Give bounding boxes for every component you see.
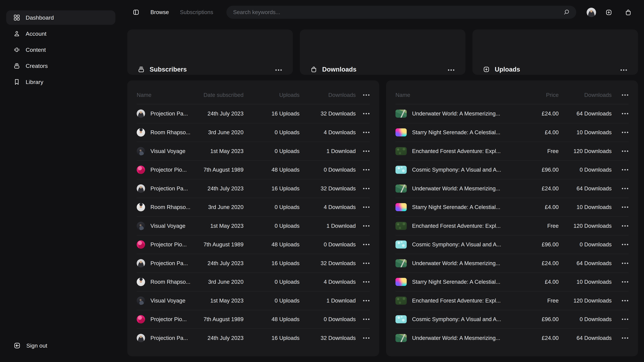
downloads-count: 0 Downloads xyxy=(300,167,356,173)
row-menu-button[interactable] xyxy=(363,298,370,303)
sidebar-item-account[interactable]: Account xyxy=(6,26,116,41)
column-header-uploads: Uploads xyxy=(244,92,300,98)
row-menu-button[interactable] xyxy=(363,317,370,322)
card-menu-button[interactable] xyxy=(620,68,627,72)
table-row[interactable]: Projector Pio... 7th August 1989 48 Uplo… xyxy=(137,160,370,179)
subscriber-avatar xyxy=(137,222,145,230)
table-row[interactable]: Visual Voyage 1st May 2023 0 Uploads 1 D… xyxy=(137,142,370,160)
row-menu-button[interactable] xyxy=(622,130,628,135)
table-row[interactable]: Room Rhapso... 3rd June 2020 0 Uploads 4… xyxy=(137,123,370,142)
downloads-count: 10 Downloads xyxy=(559,204,612,210)
date-subscribed: 3rd June 2020 xyxy=(202,279,244,285)
table-row[interactable]: Projection Pa... 24th July 2023 16 Uploa… xyxy=(137,254,370,273)
row-menu-button[interactable] xyxy=(622,261,628,266)
row-menu-button[interactable] xyxy=(363,336,370,340)
bag-icon[interactable] xyxy=(624,9,632,16)
date-subscribed: 24th July 2023 xyxy=(202,185,244,192)
date-subscribed: 3rd June 2020 xyxy=(202,204,244,210)
row-menu-button[interactable] xyxy=(622,205,628,210)
product-thumbnail xyxy=(396,241,407,249)
table-row[interactable]: Cosmic Symphony: A Visual and A... £96.0… xyxy=(396,310,628,329)
downloads-count: 4 Downloads xyxy=(300,204,356,210)
row-menu-button[interactable] xyxy=(363,130,370,135)
search-input[interactable] xyxy=(226,9,563,15)
table-row[interactable]: Underwater World: A Mesmerizing... £24.0… xyxy=(396,329,628,347)
sidebar-item-dashboard[interactable]: Dashboard xyxy=(6,10,116,25)
table-row[interactable]: Enchanted Forest Adventure: Expl... Free… xyxy=(396,291,628,310)
sidebar-item-library[interactable]: Library xyxy=(6,75,116,89)
table-row[interactable]: Cosmic Symphony: A Visual and A... £96.0… xyxy=(396,235,628,254)
tab-browse[interactable]: Browse xyxy=(150,9,169,15)
add-icon[interactable] xyxy=(605,9,612,16)
table-menu-button[interactable] xyxy=(622,93,628,97)
table-row[interactable]: Underwater World: A Mesmerizing... £24.0… xyxy=(396,254,628,273)
table-header: Name Date subscribed Uploads Downloads xyxy=(137,80,370,104)
downloads-count: 64 Downloads xyxy=(559,185,612,192)
table-row[interactable]: Room Rhapso... 3rd June 2020 0 Uploads 4… xyxy=(137,273,370,291)
row-menu-button[interactable] xyxy=(363,111,370,116)
row-menu-button[interactable] xyxy=(363,167,370,172)
table-row[interactable]: Projector Pio... 7th August 1989 48 Uplo… xyxy=(137,235,370,254)
sign-out-button[interactable]: Sign out xyxy=(13,342,47,350)
sign-out-label: Sign out xyxy=(26,343,47,349)
product-price: £96.00 xyxy=(518,241,559,248)
subscriber-avatar xyxy=(137,278,145,286)
product-thumbnail xyxy=(396,259,407,267)
subscriber-name: Projection Pa... xyxy=(150,185,188,192)
subscriber-name: Room Rhapso... xyxy=(150,204,190,210)
table-row[interactable]: Starry Night Serenade: A Celestial... £4… xyxy=(396,273,628,291)
table-body: Underwater World: A Mesmerizing... £24.0… xyxy=(396,104,628,347)
row-menu-button[interactable] xyxy=(363,149,370,153)
product-name: Enchanted Forest Adventure: Expl... xyxy=(412,148,500,154)
table-body: Projection Pa... 24th July 2023 16 Uploa… xyxy=(137,104,370,347)
row-menu-button[interactable] xyxy=(622,186,628,191)
row-menu-button[interactable] xyxy=(363,224,370,228)
subscriber-avatar xyxy=(137,334,145,342)
card-menu-button[interactable] xyxy=(448,68,455,72)
panel-toggle-icon[interactable] xyxy=(132,8,140,16)
table-row[interactable]: Underwater World: A Mesmerizing... £24.0… xyxy=(396,104,628,123)
row-menu-button[interactable] xyxy=(622,167,628,172)
column-header-downloads: Downloads xyxy=(559,92,612,98)
table-row[interactable]: Underwater World: A Mesmerizing... £24.0… xyxy=(396,179,628,198)
row-menu-button[interactable] xyxy=(622,149,628,153)
table-row[interactable]: Projection Pa... 24th July 2023 16 Uploa… xyxy=(137,329,370,347)
table-row[interactable]: Cosmic Symphony: A Visual and A... £96.0… xyxy=(396,160,628,179)
table-row[interactable]: Enchanted Forest Adventure: Expl... Free… xyxy=(396,216,628,235)
row-menu-button[interactable] xyxy=(622,224,628,228)
table-row[interactable]: Projector Pio... 7th August 1989 48 Uplo… xyxy=(137,310,370,329)
row-menu-button[interactable] xyxy=(363,261,370,266)
downloads-count: 120 Downloads xyxy=(559,298,612,304)
row-menu-button[interactable] xyxy=(622,280,628,284)
subscriber-name: Projector Pio... xyxy=(150,241,187,248)
user-avatar[interactable] xyxy=(587,8,596,17)
row-menu-button[interactable] xyxy=(363,242,370,247)
table-row[interactable]: Starry Night Serenade: A Celestial... £4… xyxy=(396,198,628,217)
table-row[interactable]: Visual Voyage 1st May 2023 0 Uploads 1 D… xyxy=(137,216,370,235)
row-menu-button[interactable] xyxy=(622,336,628,340)
sidebar-item-creators[interactable]: Creators xyxy=(6,59,116,73)
row-menu-button[interactable] xyxy=(622,298,628,303)
products-table: Name Price Downloads Underwater World: A… xyxy=(386,80,638,356)
product-name: Underwater World: A Mesmerizing... xyxy=(412,335,500,341)
table-row[interactable]: Starry Night Serenade: A Celestial... £4… xyxy=(396,123,628,142)
row-menu-button[interactable] xyxy=(363,186,370,191)
search-icon[interactable] xyxy=(563,8,570,16)
column-header-price: Price xyxy=(518,92,559,98)
table-menu-button[interactable] xyxy=(363,93,370,97)
row-menu-button[interactable] xyxy=(622,242,628,247)
card-menu-button[interactable] xyxy=(275,68,282,72)
table-row[interactable]: Enchanted Forest Adventure: Expl... Free… xyxy=(396,142,628,160)
table-row[interactable]: Visual Voyage 1st May 2023 0 Uploads 1 D… xyxy=(137,291,370,310)
table-row[interactable]: Projection Pa... 24th July 2023 16 Uploa… xyxy=(137,104,370,123)
row-menu-button[interactable] xyxy=(363,280,370,284)
tab-subscriptions[interactable]: Subscriptions xyxy=(180,9,213,15)
sidebar-item-content[interactable]: Content xyxy=(6,42,116,57)
row-menu-button[interactable] xyxy=(622,111,628,116)
table-row[interactable]: Projection Pa... 24th July 2023 16 Uploa… xyxy=(137,179,370,198)
product-thumbnail xyxy=(396,334,407,342)
uploads-count: 16 Uploads xyxy=(244,335,300,341)
table-row[interactable]: Room Rhapso... 3rd June 2020 0 Uploads 4… xyxy=(137,198,370,217)
row-menu-button[interactable] xyxy=(622,317,628,322)
row-menu-button[interactable] xyxy=(363,205,370,210)
